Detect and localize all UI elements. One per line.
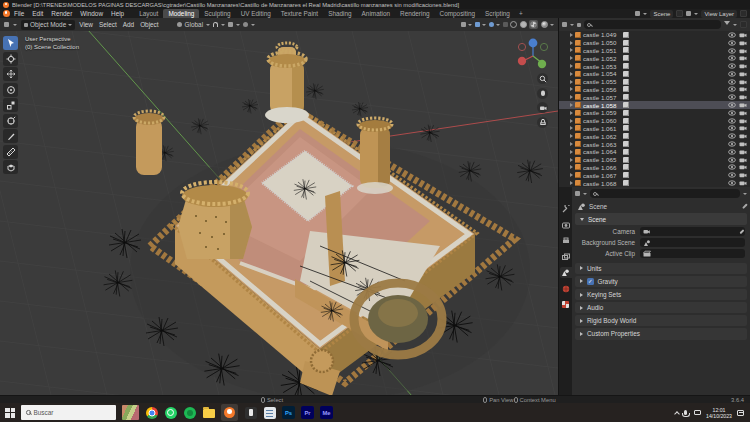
gizmo-y-axis[interactable] bbox=[538, 60, 546, 68]
camera-render-toggle[interactable] bbox=[739, 78, 747, 86]
zoom-icon[interactable] bbox=[537, 73, 548, 84]
new-collection-button[interactable] bbox=[740, 21, 747, 28]
camera-render-toggle[interactable] bbox=[739, 62, 747, 70]
viewport-menu-item[interactable]: Object bbox=[140, 21, 158, 28]
overlays-toggle-icon[interactable] bbox=[489, 22, 494, 27]
disclosure-icon[interactable] bbox=[570, 165, 573, 169]
filter-dropdown[interactable] bbox=[733, 24, 737, 28]
disclosure-icon[interactable] bbox=[570, 103, 573, 107]
disclosure-icon[interactable] bbox=[570, 48, 573, 52]
eye-visibility-toggle[interactable] bbox=[728, 39, 736, 47]
object-name[interactable]: castle 1.056 bbox=[583, 86, 616, 93]
gizmo-neg-y-axis[interactable] bbox=[540, 43, 547, 50]
disclosure-icon[interactable] bbox=[570, 33, 573, 37]
menu-item[interactable]: Window bbox=[76, 10, 107, 17]
camera-render-toggle[interactable] bbox=[739, 163, 747, 171]
camera-render-toggle[interactable] bbox=[739, 70, 747, 78]
viewport-menu-item[interactable]: Select bbox=[99, 21, 117, 28]
transform-tool[interactable] bbox=[3, 114, 18, 128]
move-tool[interactable] bbox=[3, 67, 18, 81]
eye-visibility-toggle[interactable] bbox=[728, 101, 736, 109]
workspace-tab[interactable]: Compositing bbox=[435, 9, 481, 18]
camera-render-toggle[interactable] bbox=[739, 47, 747, 55]
outliner-editor-icon[interactable] bbox=[562, 22, 567, 27]
visibility-options-icon[interactable] bbox=[461, 22, 466, 27]
camera-render-toggle[interactable] bbox=[739, 109, 747, 117]
camera-render-toggle[interactable] bbox=[739, 101, 747, 109]
eye-visibility-toggle[interactable] bbox=[728, 179, 736, 187]
add-workspace-button[interactable]: + bbox=[515, 10, 527, 17]
outliner-row[interactable]: castle 1.062 bbox=[559, 132, 750, 140]
properties-search-input[interactable] bbox=[590, 189, 740, 198]
outliner-row[interactable]: castle 1.049 bbox=[559, 31, 750, 39]
collapsed-panel-header[interactable]: Keying Sets bbox=[575, 289, 747, 301]
workspace-tab[interactable]: Scripting bbox=[480, 9, 515, 18]
pivot-dropdown[interactable] bbox=[236, 24, 240, 28]
disclosure-icon[interactable] bbox=[570, 119, 573, 123]
disclosure-icon[interactable] bbox=[570, 64, 573, 68]
shading-solid-button[interactable] bbox=[520, 21, 527, 28]
disclosure-icon[interactable] bbox=[570, 150, 573, 154]
properties-editor-icon[interactable] bbox=[575, 191, 580, 196]
collapsed-panel-header[interactable]: Custom Properties bbox=[575, 328, 747, 340]
start-button[interactable] bbox=[5, 408, 15, 418]
outliner-row[interactable]: castle 1.059 bbox=[559, 109, 750, 117]
eye-visibility-toggle[interactable] bbox=[728, 140, 736, 148]
camera-render-toggle[interactable] bbox=[739, 93, 747, 101]
camera-view-icon[interactable] bbox=[537, 102, 548, 113]
outliner-row[interactable]: castle 1.063 bbox=[559, 140, 750, 148]
taskbar-phone-button[interactable] bbox=[244, 406, 257, 419]
object-name[interactable]: castle 1.065 bbox=[583, 156, 616, 163]
object-name[interactable]: castle 1.068 bbox=[583, 180, 616, 187]
eye-visibility-toggle[interactable] bbox=[728, 117, 736, 125]
object-name[interactable]: castle 1.054 bbox=[583, 70, 616, 77]
outliner-row[interactable]: castle 1.060 bbox=[559, 117, 750, 125]
object-name[interactable]: castle 1.053 bbox=[583, 63, 616, 70]
navigation-gizmo[interactable] bbox=[514, 34, 552, 72]
object-name[interactable]: castle 1.062 bbox=[583, 133, 616, 140]
eye-visibility-toggle[interactable] bbox=[728, 132, 736, 140]
measure-tool[interactable] bbox=[3, 145, 18, 159]
scene-selector[interactable]: Scene bbox=[650, 10, 673, 18]
outliner-row[interactable]: castle 1.054 bbox=[559, 70, 750, 78]
camera-field[interactable] bbox=[640, 227, 745, 236]
workspace-tab[interactable]: UV Editing bbox=[236, 9, 276, 18]
scene-panel-header[interactable]: Scene bbox=[575, 213, 747, 225]
workspace-tab[interactable]: Rendering bbox=[395, 9, 435, 18]
disclosure-icon[interactable] bbox=[570, 72, 573, 76]
collapsed-panel-header[interactable]: Audio bbox=[575, 302, 747, 314]
eye-visibility-toggle[interactable] bbox=[728, 85, 736, 93]
outliner-search-input[interactable] bbox=[584, 20, 721, 29]
taskbar-blender-button-active[interactable] bbox=[221, 404, 238, 421]
camera-render-toggle[interactable] bbox=[739, 148, 747, 156]
eye-visibility-toggle[interactable] bbox=[728, 156, 736, 164]
disclosure-icon[interactable] bbox=[570, 95, 573, 99]
tab-tool[interactable] bbox=[560, 203, 572, 214]
object-name[interactable]: castle 1.058 bbox=[583, 102, 616, 109]
object-name[interactable]: castle 1.067 bbox=[583, 172, 616, 179]
camera-render-toggle[interactable] bbox=[739, 171, 747, 179]
taskbar-premiere-button[interactable]: Pr bbox=[301, 406, 314, 419]
taskbar-whatsapp-button[interactable] bbox=[164, 406, 177, 419]
eye-visibility-toggle[interactable] bbox=[728, 109, 736, 117]
shading-wireframe-button[interactable] bbox=[510, 21, 517, 28]
workspace-tab[interactable]: Animation bbox=[357, 9, 395, 18]
menu-item[interactable]: File bbox=[10, 10, 28, 17]
pan-hand-icon[interactable] bbox=[537, 88, 548, 99]
outliner-row[interactable]: castle 1.058 bbox=[559, 101, 750, 109]
workspace-tab[interactable]: Modeling bbox=[163, 9, 199, 18]
eye-visibility-toggle[interactable] bbox=[728, 78, 736, 86]
collapsed-panel-header[interactable]: Gravity bbox=[575, 276, 747, 288]
disclosure-icon[interactable] bbox=[570, 173, 573, 177]
display-mode-icon[interactable] bbox=[577, 23, 581, 27]
outliner-row[interactable]: castle 1.051 bbox=[559, 47, 750, 55]
rotate-tool[interactable] bbox=[3, 83, 18, 97]
annotate-tool[interactable] bbox=[3, 129, 18, 143]
viewport-menu-item[interactable]: View bbox=[79, 21, 93, 28]
proportional-editing-button[interactable] bbox=[243, 22, 248, 27]
eye-visibility-toggle[interactable] bbox=[728, 47, 736, 55]
menu-item[interactable]: Render bbox=[47, 10, 76, 17]
eye-visibility-toggle[interactable] bbox=[728, 70, 736, 78]
disclosure-icon[interactable] bbox=[570, 126, 573, 130]
disclosure-icon[interactable] bbox=[570, 111, 573, 115]
